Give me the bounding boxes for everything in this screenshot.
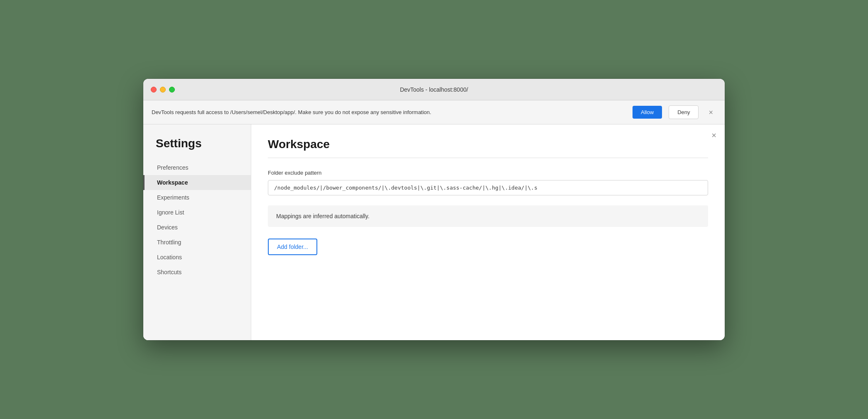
sidebar-item-throttling[interactable]: Throttling	[143, 235, 251, 250]
deny-button[interactable]: Deny	[669, 105, 699, 119]
info-box: Mappings are inferred automatically.	[268, 205, 708, 227]
traffic-lights	[151, 87, 175, 93]
add-folder-button[interactable]: Add folder...	[268, 239, 317, 255]
notification-text: DevTools requests full access to /Users/…	[152, 109, 626, 115]
content-panel: × Workspace Folder exclude pattern Mappi…	[251, 124, 725, 340]
sidebar-item-shortcuts[interactable]: Shortcuts	[143, 265, 251, 280]
close-button[interactable]	[151, 87, 157, 93]
sidebar-item-experiments[interactable]: Experiments	[143, 190, 251, 205]
info-box-text: Mappings are inferred automatically.	[276, 213, 370, 219]
window-title: DevTools - localhost:8000/	[400, 86, 468, 93]
sidebar-item-workspace[interactable]: Workspace	[143, 175, 251, 190]
titlebar: DevTools - localhost:8000/	[143, 79, 725, 100]
folder-exclude-input[interactable]	[268, 180, 708, 195]
maximize-button[interactable]	[169, 87, 175, 93]
sidebar-item-ignore-list[interactable]: Ignore List	[143, 205, 251, 220]
content-divider	[268, 158, 708, 158]
allow-button[interactable]: Allow	[633, 106, 662, 119]
main-content: Settings Preferences Workspace Experimen…	[143, 124, 725, 340]
content-title: Workspace	[268, 138, 708, 151]
notification-close-button[interactable]: ×	[705, 107, 716, 118]
minimize-button[interactable]	[160, 87, 166, 93]
content-close-button[interactable]: ×	[711, 131, 716, 139]
sidebar-item-preferences[interactable]: Preferences	[143, 160, 251, 175]
sidebar-item-locations[interactable]: Locations	[143, 250, 251, 265]
sidebar: Settings Preferences Workspace Experimen…	[143, 124, 251, 340]
devtools-window: DevTools - localhost:8000/ DevTools requ…	[143, 79, 725, 340]
folder-exclude-label: Folder exclude pattern	[268, 170, 708, 176]
sidebar-item-devices[interactable]: Devices	[143, 220, 251, 235]
notification-bar: DevTools requests full access to /Users/…	[143, 100, 725, 124]
settings-title: Settings	[143, 137, 251, 160]
